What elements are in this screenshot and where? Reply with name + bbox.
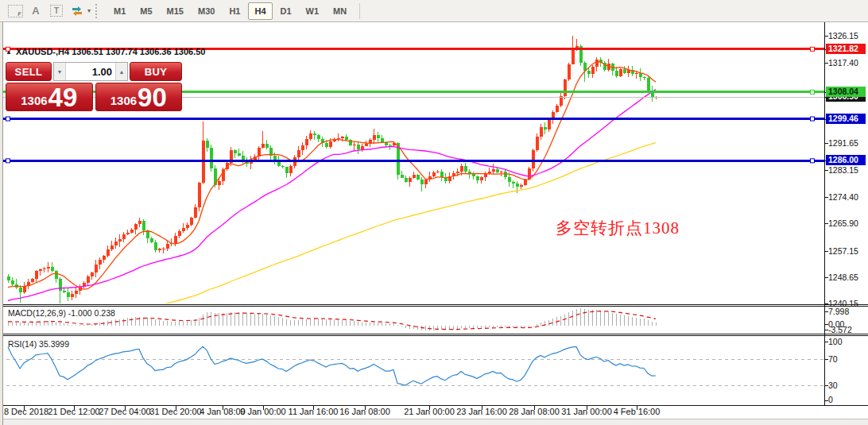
down-arrow-icon: ▼ xyxy=(57,69,63,75)
price-tick-label: 1283.15 xyxy=(828,165,858,175)
buy-price-main: 1306 xyxy=(110,95,137,106)
window-left-frame xyxy=(0,22,3,425)
price-tick-label: 1248.65 xyxy=(828,272,858,282)
timeframe-button-M5[interactable]: M5 xyxy=(134,2,158,20)
one-click-trading-panel: SELL ▼ ▲ BUY 1306 49 130 xyxy=(6,62,182,111)
sell-price-pips: 49 xyxy=(48,86,78,110)
chart-title: ▲ XAUUSD-,H4 1306.51 1307.74 1306.36 130… xyxy=(6,47,205,56)
timeframe-button-MN[interactable]: MN xyxy=(327,2,353,20)
volume-input[interactable] xyxy=(66,63,115,80)
buy-button[interactable]: BUY xyxy=(130,62,182,81)
hline-handle[interactable] xyxy=(811,159,815,163)
chart-canvas[interactable]: ▲ XAUUSD-,H4 1306.51 1307.74 1306.36 130… xyxy=(0,22,868,425)
text-label-icon[interactable]: A xyxy=(25,2,46,20)
toolbar-separator xyxy=(359,3,360,19)
rsi-label: RSI(14) 35.3999 xyxy=(8,339,69,349)
price-tick-label: 1257.15 xyxy=(828,246,858,256)
timeframe-button-H4[interactable]: H4 xyxy=(248,2,272,20)
symbol-ohlc-text: XAUUSD-,H4 1306.51 1307.74 1306.36 1306.… xyxy=(16,47,206,56)
volume-stepper: ▼ ▲ xyxy=(53,62,128,81)
macd-label: MACD(12,26,9) -1.000 0.238 xyxy=(8,308,115,318)
price-badge-1308.04: 1308.04 xyxy=(826,87,866,97)
timeframe-group: M1M5M15M30H1H4D1W1MN xyxy=(107,2,353,20)
price-tick-label: 1326.15 xyxy=(828,31,858,41)
rsi-axis-label: 30 xyxy=(828,381,838,390)
status-bar xyxy=(0,419,868,425)
time-axis-label: 4 Feb 16:00 xyxy=(603,407,670,416)
timeframe-button-D1[interactable]: D1 xyxy=(274,2,298,20)
text-box-icon[interactable]: T xyxy=(46,2,67,20)
sell-price-main: 1306 xyxy=(21,95,47,106)
toolbar: F A T ▾ M1M5M15M30H1H4D1W1MN xyxy=(0,0,868,22)
timeframe-button-W1[interactable]: W1 xyxy=(300,2,326,20)
ma-mid-line xyxy=(8,90,656,301)
price-badge-1321.82: 1321.82 xyxy=(826,44,866,54)
volume-increase-button[interactable]: ▲ xyxy=(115,63,127,80)
timeframe-button-M1[interactable]: M1 xyxy=(107,2,132,20)
time-axis-label: 16 Jan 08:00 xyxy=(331,407,398,416)
hline-handle[interactable] xyxy=(6,159,10,163)
dropdown-caret-icon[interactable]: ▾ xyxy=(87,7,91,14)
volume-decrease-button[interactable]: ▼ xyxy=(54,63,66,80)
timeframe-button-M30[interactable]: M30 xyxy=(192,2,221,20)
price-tick-label: 1317.40 xyxy=(828,58,858,68)
hline-handle[interactable] xyxy=(811,90,815,94)
hline-handle[interactable] xyxy=(811,117,815,121)
mt4-window: F A T ▾ M1M5M15M30H1H4D1W1MN ▲ XAUUSD-,H… xyxy=(0,0,868,425)
sell-price-display[interactable]: 1306 49 xyxy=(6,83,93,111)
rsi-axis-label: 100 xyxy=(828,337,843,346)
price-badge-1286.00: 1286.00 xyxy=(826,155,866,165)
f-glyph: F xyxy=(17,11,21,17)
toolbar-grip[interactable] xyxy=(95,4,103,18)
rsi-axis-label: 0 xyxy=(828,395,833,404)
hline-handle[interactable] xyxy=(6,117,10,121)
arrange-arrows-icon[interactable] xyxy=(67,2,87,20)
price-badge-1299.46: 1299.46 xyxy=(826,114,866,124)
macd-axis-label: -3.572 xyxy=(828,325,852,334)
selection-grid-f-icon[interactable]: F xyxy=(5,2,25,20)
sell-button[interactable]: SELL xyxy=(6,62,52,81)
macd-axis-label: 7.998 xyxy=(828,307,849,316)
chart-text-annotation: 多空转折点1308 xyxy=(556,217,680,239)
buy-price-pips: 90 xyxy=(138,86,167,110)
timeframe-button-H1[interactable]: H1 xyxy=(223,2,246,20)
rsi-axis-label: 70 xyxy=(828,354,838,364)
buy-price-display[interactable]: 1306 90 xyxy=(95,83,183,111)
timeframe-button-M15[interactable]: M15 xyxy=(161,2,190,20)
up-arrow-icon: ▲ xyxy=(119,69,125,75)
hline-handle[interactable] xyxy=(811,47,815,51)
price-tick-label: 1265.90 xyxy=(828,218,858,228)
price-tick-label: 1291.65 xyxy=(828,138,858,148)
arrows-glyph xyxy=(71,6,83,17)
price-tick-label: 1274.40 xyxy=(828,192,858,202)
collapse-triangle-icon[interactable]: ▲ xyxy=(6,48,12,56)
